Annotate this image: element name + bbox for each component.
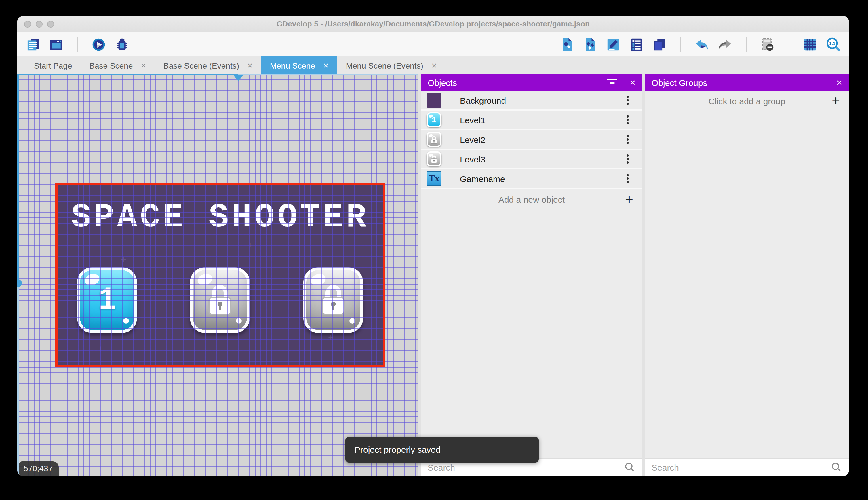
object-row-level2[interactable]: Level2 bbox=[421, 130, 642, 150]
object-thumbnail: 1 bbox=[426, 112, 442, 127]
object-menu-icon[interactable] bbox=[624, 113, 631, 127]
close-tab-icon[interactable]: × bbox=[431, 61, 437, 70]
object-name: Level1 bbox=[460, 115, 624, 125]
close-tab-icon[interactable]: × bbox=[323, 61, 329, 70]
objects-panel: Objects × Background 1 Level1 Level2 bbox=[421, 74, 642, 476]
tab-label: Base Scene bbox=[89, 61, 133, 70]
object-name: Gamename bbox=[460, 174, 624, 183]
add-group-row[interactable]: Click to add a group + bbox=[645, 91, 849, 111]
scene-window-icon[interactable] bbox=[48, 37, 64, 52]
objects-list: Background 1 Level1 Level2 Level3 bbox=[421, 91, 642, 458]
object-groups-panel-title: Object Groups bbox=[652, 78, 836, 87]
traffic-lights bbox=[24, 21, 54, 27]
instances-list-icon[interactable] bbox=[629, 37, 644, 52]
button-gloss-dot bbox=[349, 318, 355, 324]
add-group-label: Click to add a group bbox=[708, 96, 785, 106]
toolbar-right-group: 1:1 bbox=[560, 37, 841, 52]
object-groups-editor-icon[interactable] bbox=[583, 37, 598, 52]
toolbar-separator bbox=[746, 37, 747, 52]
scene-instance-level3-button[interactable] bbox=[303, 267, 363, 333]
minimize-window-button[interactable] bbox=[36, 21, 43, 27]
search-icon bbox=[831, 462, 842, 473]
zoom-one-to-one-icon[interactable]: 1:1 bbox=[825, 37, 841, 52]
panel-divider[interactable] bbox=[642, 74, 645, 476]
scene-editor-canvas[interactable]: SPACE SHOOTER 1 bbox=[17, 74, 419, 476]
object-menu-icon[interactable] bbox=[624, 94, 631, 107]
lock-icon bbox=[207, 283, 233, 316]
object-groups-panel-header: Object Groups × bbox=[645, 74, 849, 91]
app-window: GDevelop 5 - /Users/dkarakay/Documents/G… bbox=[17, 16, 849, 476]
svg-text:1:1: 1:1 bbox=[829, 41, 835, 46]
object-row-background[interactable]: Background bbox=[421, 91, 642, 111]
toolbar-left-group bbox=[25, 37, 129, 52]
vertical-scrollbar-handle[interactable] bbox=[17, 280, 22, 287]
add-group-plus-icon[interactable]: + bbox=[832, 94, 840, 108]
close-tab-icon[interactable]: × bbox=[141, 61, 146, 70]
objects-editor-icon[interactable] bbox=[560, 37, 575, 52]
object-groups-panel: Object Groups × Click to add a group + bbox=[645, 74, 849, 476]
scene-instance-level2-button[interactable] bbox=[190, 267, 250, 333]
toolbar-separator bbox=[77, 37, 78, 52]
object-row-gamename[interactable]: Tx Gamename bbox=[421, 169, 642, 189]
save-toast: Project properly saved bbox=[345, 436, 539, 463]
object-name: Level2 bbox=[460, 135, 624, 144]
horizontal-scrollbar-thumb[interactable] bbox=[17, 74, 238, 76]
window-mask-icon[interactable] bbox=[760, 37, 775, 52]
tab-base-scene[interactable]: Base Scene× bbox=[81, 56, 155, 74]
add-object-plus-icon[interactable]: + bbox=[625, 192, 633, 206]
debug-icon[interactable] bbox=[114, 37, 129, 52]
add-object-row[interactable]: Add a new object + bbox=[421, 189, 642, 210]
groups-search-bar bbox=[645, 458, 849, 476]
tab-bar: Start Page Base Scene× Base Scene (Event… bbox=[17, 56, 849, 74]
sparkle: + bbox=[121, 254, 126, 265]
toolbar-separator bbox=[788, 37, 789, 52]
grid-icon[interactable] bbox=[802, 37, 818, 52]
objects-panel-title: Objects bbox=[428, 78, 607, 87]
layers-icon[interactable] bbox=[652, 37, 667, 52]
object-thumbnail: Tx bbox=[426, 171, 442, 186]
screen: GDevelop 5 - /Users/dkarakay/Documents/G… bbox=[0, 0, 868, 500]
tab-menu-scene-events[interactable]: Menu Scene (Events)× bbox=[337, 56, 446, 74]
undo-icon[interactable] bbox=[694, 37, 710, 52]
object-name: Level3 bbox=[460, 154, 624, 164]
tab-label: Menu Scene (Events) bbox=[346, 61, 423, 70]
tab-label: Start Page bbox=[34, 61, 72, 70]
scene-instance-gamename-text[interactable]: SPACE SHOOTER bbox=[58, 199, 383, 236]
object-menu-icon[interactable] bbox=[624, 172, 631, 185]
horizontal-scrollbar-handle[interactable] bbox=[234, 76, 243, 81]
project-manager-icon[interactable] bbox=[25, 37, 41, 52]
object-thumbnail bbox=[426, 93, 442, 108]
object-name: Background bbox=[460, 95, 624, 105]
properties-icon[interactable] bbox=[606, 37, 621, 52]
lock-icon bbox=[320, 283, 347, 316]
add-object-label: Add a new object bbox=[498, 194, 565, 204]
cursor-coordinates-badge: 570;437 bbox=[19, 462, 58, 476]
window-title: GDevelop 5 - /Users/dkarakay/Documents/G… bbox=[277, 20, 590, 28]
redo-icon[interactable] bbox=[717, 37, 733, 52]
game-scene-preview: SPACE SHOOTER 1 bbox=[58, 185, 383, 365]
preview-play-icon[interactable] bbox=[91, 37, 106, 52]
main-toolbar: 1:1 bbox=[17, 32, 849, 56]
object-menu-icon[interactable] bbox=[624, 133, 631, 146]
tab-start-page[interactable]: Start Page bbox=[25, 56, 81, 74]
text-object-glyph: Tx bbox=[429, 173, 439, 184]
close-icon[interactable]: × bbox=[836, 78, 842, 87]
object-row-level1[interactable]: 1 Level1 bbox=[421, 111, 642, 130]
filter-icon[interactable] bbox=[607, 79, 617, 86]
close-tab-icon[interactable]: × bbox=[247, 61, 253, 70]
button-gloss-dot bbox=[123, 318, 129, 324]
groups-search-input[interactable] bbox=[645, 458, 831, 476]
panel-divider[interactable] bbox=[419, 74, 421, 476]
close-icon[interactable]: × bbox=[630, 78, 635, 87]
vertical-scrollbar-thumb[interactable] bbox=[17, 74, 19, 283]
scene-instance-level1-button[interactable]: 1 bbox=[77, 267, 137, 333]
zoom-window-button[interactable] bbox=[47, 21, 54, 27]
tab-menu-scene[interactable]: Menu Scene× bbox=[261, 56, 337, 74]
sparkle: + bbox=[98, 344, 103, 354]
toolbar-separator bbox=[680, 37, 681, 52]
tab-base-scene-events[interactable]: Base Scene (Events)× bbox=[155, 56, 261, 74]
object-menu-icon[interactable] bbox=[624, 152, 631, 166]
tab-label: Base Scene (Events) bbox=[163, 61, 239, 70]
object-row-level3[interactable]: Level3 bbox=[421, 150, 642, 169]
close-window-button[interactable] bbox=[24, 21, 31, 27]
